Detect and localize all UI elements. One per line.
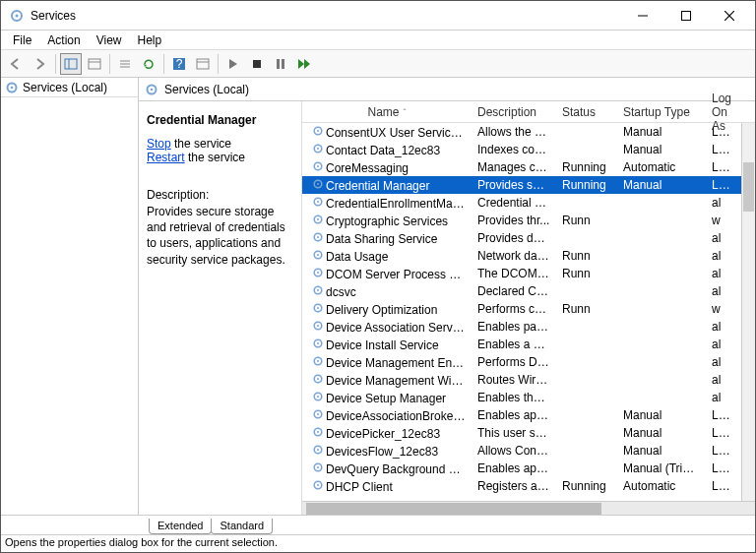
- svg-point-31: [317, 183, 319, 185]
- refresh-button[interactable]: [138, 53, 159, 75]
- menubar: File Action View Help: [1, 31, 755, 50]
- svg-rect-8: [89, 59, 100, 69]
- back-button[interactable]: [6, 53, 28, 75]
- service-icon: [310, 231, 326, 243]
- task-restart-line: Restart the service: [147, 151, 293, 164]
- svg-point-63: [317, 466, 319, 468]
- svg-point-37: [317, 236, 319, 238]
- minimize-button[interactable]: [621, 2, 664, 30]
- properties-button[interactable]: [192, 53, 214, 75]
- vscroll-thumb[interactable]: [743, 162, 754, 212]
- tab-standard[interactable]: Standard: [211, 519, 273, 534]
- close-button[interactable]: [708, 2, 751, 30]
- svg-point-43: [317, 289, 319, 291]
- service-row[interactable]: Contact Data_12ec83Indexes cont...Manual…: [302, 141, 755, 158]
- svg-point-55: [317, 396, 319, 398]
- list-header: Services (Local): [139, 78, 755, 101]
- service-row[interactable]: Cryptographic ServicesProvides thr...Run…: [302, 212, 755, 229]
- service-row[interactable]: DCOM Server Process Launc...The DCOML...…: [302, 265, 755, 282]
- service-row[interactable]: DeviceAssociationBroker_12...Enables app…: [302, 406, 755, 424]
- svg-rect-19: [282, 59, 284, 69]
- vertical-scrollbar[interactable]: [741, 123, 755, 501]
- service-row[interactable]: DevQuery Background Disc...Enables app..…: [302, 460, 755, 477]
- svg-rect-15: [197, 59, 209, 69]
- service-row[interactable]: Device Setup ManagerEnables the ...al: [302, 389, 755, 406]
- forward-button[interactable]: [30, 53, 51, 75]
- column-status[interactable]: Status: [556, 101, 617, 122]
- column-startup-type[interactable]: Startup Type: [617, 101, 706, 122]
- svg-point-23: [151, 88, 154, 91]
- service-row[interactable]: DHCP ClientRegisters an...RunningAutomat…: [302, 477, 755, 495]
- view-tabs: Extended Standard: [1, 515, 755, 534]
- window-title: Services: [29, 9, 621, 23]
- service-icon: [310, 355, 326, 367]
- left-tree-pane: Services (Local): [1, 78, 139, 515]
- pause-button[interactable]: [270, 53, 291, 75]
- service-row[interactable]: CoreMessagingManages co...RunningAutomat…: [302, 158, 755, 176]
- list-header-label: Services (Local): [164, 83, 249, 96]
- service-icon: [310, 479, 326, 491]
- menu-view[interactable]: View: [89, 31, 130, 49]
- service-icon: [310, 391, 326, 402]
- svg-point-51: [317, 360, 319, 362]
- restart-link[interactable]: Restart: [147, 151, 185, 164]
- menu-file[interactable]: File: [5, 31, 39, 49]
- tree-root-label: Services (Local): [23, 81, 107, 94]
- service-row[interactable]: Device Association ServiceEnables pairi.…: [302, 318, 755, 336]
- column-log-on-as[interactable]: Log On As: [706, 101, 741, 122]
- service-row[interactable]: Data Sharing ServiceProvides dat...al: [302, 229, 755, 247]
- svg-point-33: [317, 201, 319, 203]
- service-row[interactable]: DevicesFlow_12ec83Allows Conn...ManualLo…: [302, 442, 755, 460]
- hscroll-thumb[interactable]: [306, 503, 601, 515]
- rows-container: ConsentUX User Service_12e...Allows the …: [302, 123, 755, 501]
- column-name[interactable]: Nameˆ: [302, 101, 472, 122]
- restart-button[interactable]: [293, 53, 315, 75]
- service-row[interactable]: Device Management Enroll...Performs De..…: [302, 353, 755, 371]
- column-headers: Nameˆ Description Status Startup Type Lo…: [302, 101, 755, 123]
- svg-rect-18: [277, 59, 280, 69]
- list-button[interactable]: [114, 53, 136, 75]
- stop-button[interactable]: [246, 53, 268, 75]
- app-icon: [9, 8, 25, 24]
- help-button[interactable]: ?: [168, 53, 190, 75]
- play-button[interactable]: [222, 53, 244, 75]
- service-icon: [310, 214, 326, 225]
- main-area: Services (Local) Services (Local) Creden…: [1, 78, 755, 515]
- menu-action[interactable]: Action: [39, 31, 88, 49]
- svg-point-21: [11, 86, 14, 89]
- svg-point-61: [317, 449, 319, 451]
- horizontal-scrollbar[interactable]: [302, 501, 755, 515]
- service-row[interactable]: Delivery OptimizationPerforms co...Runnw: [302, 300, 755, 318]
- service-row[interactable]: dcsvcDeclared Co...al: [302, 282, 755, 300]
- menu-help[interactable]: Help: [130, 31, 170, 49]
- service-row[interactable]: CredentialEnrollmentManag...Credential E…: [302, 194, 755, 212]
- service-row[interactable]: DevicePicker_12ec83This user ser...Manua…: [302, 424, 755, 442]
- svg-point-27: [317, 148, 319, 150]
- svg-point-49: [317, 342, 319, 344]
- svg-point-39: [317, 254, 319, 256]
- column-description[interactable]: Description: [472, 101, 556, 122]
- status-bar: Opens the properties dialog box for the …: [1, 534, 755, 552]
- title-bar: Services: [1, 1, 755, 31]
- tab-extended[interactable]: Extended: [149, 519, 212, 534]
- service-row[interactable]: Device Install ServiceEnables a co...al: [302, 336, 755, 353]
- tree-root-services-local[interactable]: Services (Local): [1, 78, 138, 97]
- stop-link[interactable]: Stop: [147, 137, 171, 151]
- service-row[interactable]: Data UsageNetwork dat...Runnal: [302, 247, 755, 265]
- svg-point-1: [16, 14, 19, 17]
- service-icon: [310, 373, 326, 385]
- options-button[interactable]: [84, 53, 105, 75]
- gear-icon: [5, 81, 19, 94]
- svg-point-45: [317, 307, 319, 309]
- service-row[interactable]: Device Management Wireles...Routes Wirel…: [302, 371, 755, 389]
- service-icon: [310, 461, 326, 473]
- service-icon: [310, 320, 326, 332]
- description-heading: Description:: [147, 188, 293, 202]
- svg-point-47: [317, 325, 319, 327]
- show-hide-tree-button[interactable]: [60, 53, 82, 75]
- service-row[interactable]: Credential ManagerProvides sec...Running…: [302, 176, 755, 194]
- service-icon: [310, 249, 326, 261]
- maximize-button[interactable]: [664, 2, 708, 30]
- service-row[interactable]: ConsentUX User Service_12e...Allows the …: [302, 123, 755, 141]
- description-text: Provides secure storage and retrieval of…: [147, 204, 293, 268]
